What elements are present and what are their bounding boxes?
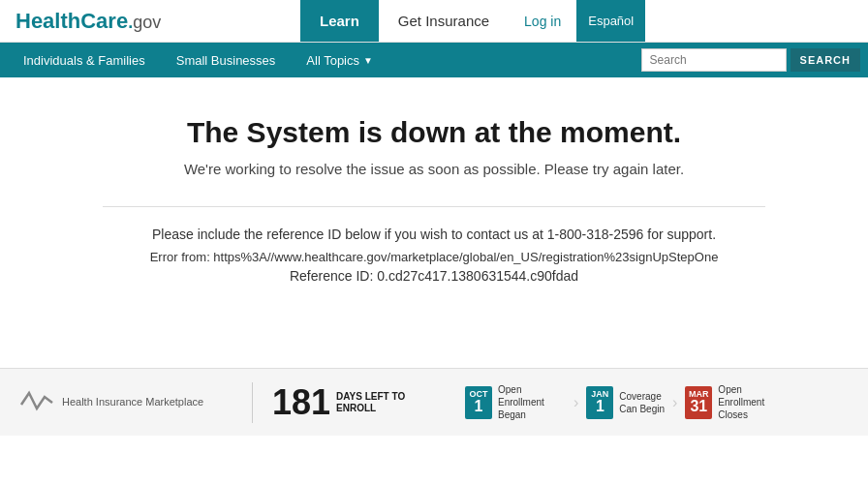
enrollment-timeline: OCT 1 Open EnrollmentBegan › JAN 1 Cover… [446, 383, 849, 421]
mar-desc: Open EnrollmentCloses [718, 383, 786, 421]
footer-logo-text: Health Insurance Marketplace [62, 395, 203, 408]
days-label: DAYS LEFT TOENROLL [336, 391, 405, 414]
divider [103, 206, 766, 207]
error-title: The System is down at the moment. [19, 116, 849, 149]
logo-area: HealthCare.gov [0, 0, 300, 42]
sec-nav-small-businesses[interactable]: Small Businesses [161, 43, 292, 77]
secondary-nav: Individuals & Families Small Businesses … [0, 43, 868, 77]
reference-text: Please include the reference ID below if… [19, 227, 849, 242]
nav-get-insurance[interactable]: Get Insurance [379, 0, 509, 42]
connector-1: › [574, 394, 578, 411]
days-count: 181 [272, 382, 330, 423]
logo-gov: gov [133, 13, 161, 32]
health-marketplace-icon [19, 385, 54, 420]
error-url: Error from: https%3A//www.healthcare.gov… [19, 250, 849, 264]
error-subtitle: We're working to resolve the issue as so… [19, 161, 849, 177]
jan-desc: CoverageCan Begin [619, 390, 665, 415]
footer-logo: Health Insurance Marketplace [19, 385, 232, 420]
sec-nav-all-topics[interactable]: All Topics ▼ [291, 43, 388, 77]
nav-espanol[interactable]: Español [576, 0, 645, 42]
oct-box: OCT 1 [465, 386, 492, 419]
sec-nav-individuals[interactable]: Individuals & Families [8, 43, 161, 77]
search-area: SEARCH [641, 48, 860, 72]
nav-links: Learn Get Insurance Log in Español [300, 0, 868, 42]
mar-box: MAR 31 [685, 386, 712, 419]
top-nav: HealthCare.gov Learn Get Insurance Log i… [0, 0, 868, 43]
reference-id: Reference ID: 0.cd27c417.1380631544.c90f… [19, 268, 849, 284]
connector-2: › [672, 394, 677, 411]
enrollment-countdown: 181 DAYS LEFT TOENROLL [252, 382, 446, 423]
jan-day: 1 [596, 399, 604, 414]
nav-learn[interactable]: Learn [300, 0, 379, 42]
search-button[interactable]: SEARCH [790, 48, 860, 72]
timeline-mar: MAR 31 Open EnrollmentCloses [685, 383, 786, 421]
oct-day: 1 [475, 399, 483, 414]
jan-box: JAN 1 [586, 386, 613, 419]
site-logo[interactable]: HealthCare.gov [16, 9, 161, 34]
mar-day: 31 [690, 399, 707, 414]
search-input[interactable] [641, 48, 787, 72]
footer: Health Insurance Marketplace 181 DAYS LE… [0, 368, 868, 436]
nav-login[interactable]: Log in [509, 0, 576, 42]
oct-desc: Open EnrollmentBegan [498, 383, 566, 421]
main-content: The System is down at the moment. We're … [0, 77, 868, 368]
timeline-oct: OCT 1 Open EnrollmentBegan [465, 383, 566, 421]
timeline-jan: JAN 1 CoverageCan Begin [586, 386, 665, 419]
chevron-down-icon: ▼ [363, 55, 373, 66]
logo-healthcare: HealthCare [16, 9, 128, 33]
